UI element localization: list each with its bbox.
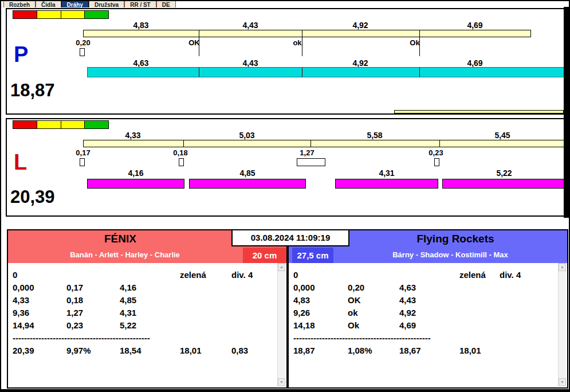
- table-cell: zelená: [459, 270, 500, 283]
- app-window: Rozbeh Čidla Dráhy Družstva RR / ST DE 4…: [0, 0, 570, 392]
- run-progress-bar: [87, 67, 566, 77]
- progress-strip: [394, 110, 564, 113]
- table-separator: ----------------------------------------…: [293, 333, 451, 346]
- tab-de[interactable]: DE: [156, 1, 176, 7]
- table-separator: ----------------------------------------…: [13, 333, 176, 346]
- results-table: 0zelenádiv. 4 0,0000,204,63 4,83OK4,43 9…: [289, 263, 558, 386]
- team-name: FÉNIX: [8, 232, 233, 246]
- sensor-box: [80, 158, 85, 166]
- table-cell: [180, 283, 231, 295]
- chevron-up-icon[interactable]: ▲: [559, 263, 566, 271]
- table-cell: 4,85: [120, 295, 180, 308]
- track-segment: [184, 140, 311, 147]
- table-cell: div. 4: [231, 270, 277, 283]
- upper-split-time: 5,03: [229, 131, 265, 140]
- lower-split-time: 4,92: [342, 58, 379, 68]
- sensor-box: [434, 158, 439, 166]
- chevron-down-icon[interactable]: ▼: [559, 378, 566, 386]
- table-cell: 0,000: [13, 283, 66, 295]
- table-cell: 0,000: [293, 283, 348, 295]
- tab-cidla[interactable]: Čidla: [36, 1, 61, 7]
- scrollbar[interactable]: ▲ ▼: [558, 263, 566, 386]
- table-cell: [500, 308, 558, 320]
- tab-rozbeh[interactable]: Rozbeh: [3, 1, 36, 7]
- table-cell: [231, 308, 277, 320]
- table-cell: [500, 295, 558, 308]
- table-cell: 18,54: [120, 346, 180, 358]
- changeover-mark: ok: [285, 38, 310, 47]
- table-cell: Ok: [348, 320, 399, 333]
- table-cell: 0: [293, 270, 348, 283]
- tab-druzstva[interactable]: Družstva: [89, 1, 124, 7]
- results-table: 0zelenádiv. 4 0,0000,174,16 4,330,184,85…: [8, 263, 277, 386]
- team-members: Bárny - Shadow - Kostimill - Max: [335, 248, 566, 262]
- table-cell: 4,69: [399, 320, 459, 333]
- table-header-row: 0zelenádiv. 4: [13, 270, 277, 283]
- changeover-mark: 0,18: [168, 148, 193, 157]
- table-cell: [231, 320, 277, 333]
- sensor-box: [179, 158, 184, 166]
- upper-split-time: 5,45: [484, 131, 521, 140]
- track-segment: [302, 30, 420, 37]
- indicator-yellow-cell: [37, 121, 61, 128]
- table-cell: [231, 283, 277, 295]
- table-cell: OK: [348, 295, 399, 308]
- track-segment: [84, 140, 184, 147]
- table-row: 4,330,184,85: [13, 295, 277, 308]
- lane-panel-p: 4,83 4,43 4,92 4,69 0,20 OK ok Ok 4,63 4…: [6, 8, 565, 115]
- table-cell: 1,08%: [348, 346, 399, 358]
- table-cell: 1,27: [66, 308, 120, 320]
- table-summary-row: 18,871,08%18,6718,01: [293, 346, 558, 358]
- table-cell: 0,83: [231, 346, 277, 358]
- table-cell: 9,97%: [66, 346, 120, 358]
- table-summary-row: 20,399,97%18,5418,010,83: [13, 346, 277, 358]
- upper-track-bar: [83, 30, 531, 37]
- lower-split-time: 4,63: [123, 58, 159, 68]
- lower-split-time: 4,16: [117, 168, 154, 178]
- track-segment: [311, 140, 440, 147]
- table-cell: [459, 295, 500, 308]
- lane-total-time: 20,39: [10, 188, 55, 206]
- table-cell: [231, 295, 277, 308]
- track-segment: [199, 30, 302, 37]
- track-segment: [440, 140, 565, 147]
- jump-height-badge: 27,5 cm: [292, 248, 333, 263]
- lower-split-time: 4,85: [229, 168, 266, 178]
- indicator-red-cell: [13, 11, 37, 18]
- scrollbar[interactable]: ▲ ▼: [277, 263, 285, 386]
- table-cell: 4,63: [399, 283, 459, 295]
- chevron-down-icon[interactable]: ▼: [278, 378, 285, 386]
- upper-split-time: 4,33: [115, 131, 151, 140]
- indicator-green-cell: [85, 121, 108, 128]
- indicator-yellow-cell: [37, 11, 61, 18]
- changeover-mark: OK: [182, 38, 207, 47]
- run-segment: [199, 68, 302, 77]
- indicator-red-cell: [13, 121, 37, 128]
- table-cell: 4,83: [293, 295, 348, 308]
- table-cell: 0,20: [348, 283, 399, 295]
- indicator-yellow-cell: [61, 121, 85, 128]
- table-cell: 0,17: [66, 283, 120, 295]
- lane-total-time: 18,87: [10, 81, 55, 99]
- table-cell: 0: [13, 270, 66, 283]
- table-cell: 4,16: [120, 283, 180, 295]
- team-members: Banán - Arlett - Harley - Charlie: [8, 248, 242, 262]
- tab-drahy[interactable]: Dráhy: [61, 1, 89, 7]
- changeover-mark: Ok: [402, 38, 427, 47]
- table-cell: ok: [348, 308, 399, 320]
- team-panel-right: Flying Rockets Bárny - Shadow - Kostimil…: [288, 229, 568, 389]
- table-cell: zelená: [180, 270, 231, 283]
- upper-split-time: 4,43: [232, 21, 269, 30]
- table-cell: 4,31: [120, 308, 180, 320]
- table-row: 14,18Ok4,69: [293, 320, 558, 333]
- table-header-row: 0zelenádiv. 4: [293, 270, 558, 283]
- track-segment: [84, 30, 199, 37]
- dead-time-box: [297, 158, 325, 166]
- tab-rr-st[interactable]: RR / ST: [124, 1, 156, 7]
- table-cell: 18,87: [293, 346, 348, 358]
- team-panel-left: FÉNIX Banán - Arlett - Harley - Charlie …: [7, 229, 288, 389]
- upper-split-time: 4,83: [123, 21, 159, 30]
- chevron-up-icon[interactable]: ▲: [278, 263, 285, 271]
- run-segment: [302, 68, 420, 77]
- lower-split-time: 5,22: [486, 168, 522, 178]
